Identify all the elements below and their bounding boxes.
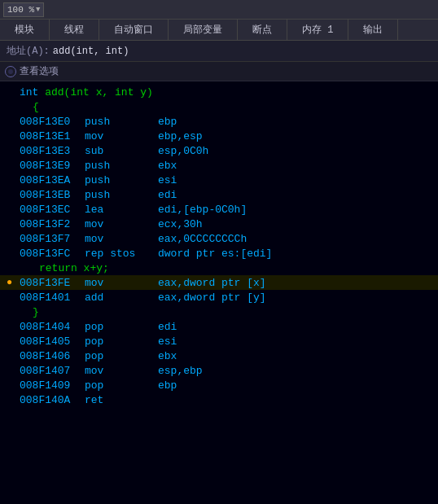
mnemonic-008F1406: pop [85, 350, 158, 362]
instruction-line-008F13F2: 008F13F2movecx,30h [0, 217, 438, 231]
addr-008F1401: 008F1401 [20, 291, 85, 304]
mnemonic-008F1405: pop [85, 335, 158, 348]
instructions-group-1: 008F13E0pushebp008F13E1movebp,esp008F13E… [0, 114, 438, 261]
operand-008F13F7: eax,0CCCCCCCCh [158, 233, 247, 245]
nav-tab-模块[interactable]: 模块 [0, 20, 50, 40]
nav-tabs: 模块线程自动窗口局部变量断点内存 1输出 [0, 20, 438, 41]
current-arrow-icon: ● [7, 277, 20, 288]
nav-tab-断点[interactable]: 断点 [238, 20, 287, 40]
mnemonic-008F13E9: push [85, 160, 158, 172]
source-return-line: return x+y; [0, 261, 438, 275]
mnemonic-008F1407: mov [85, 365, 158, 377]
addr-008F13F7: 008F13F7 [20, 233, 85, 245]
mnemonic-008F1404: pop [85, 321, 158, 333]
operand-008F13E0: ebp [158, 116, 177, 128]
zoom-value: 100 % [7, 5, 34, 15]
addr-008F13EA: 008F13EA [20, 174, 85, 186]
operand-008F13EC: edi,[ebp-0C0h] [158, 204, 247, 216]
operand-008F13F2: ecx,30h [158, 218, 203, 230]
watch-options-bar: 查看选项 [0, 62, 438, 81]
operand-008F13EB: edi [158, 189, 177, 201]
addr-008F13E0: 008F13E0 [20, 116, 85, 128]
operand-008F1406: ebx [158, 350, 177, 362]
open-brace: { [20, 101, 39, 113]
instruction-line-008F13E3: 008F13E3subesp,0C0h [0, 143, 438, 158]
func-return-type: int [20, 86, 38, 99]
instruction-line-008F1401: 008F1401addeax,dword ptr [y] [0, 290, 438, 305]
mnemonic-008F13E3: sub [85, 145, 158, 157]
zoom-control[interactable]: 100 % ▼ [3, 2, 44, 17]
mnemonic-008F13F7: mov [85, 233, 158, 245]
addr-008F1409: 008F1409 [20, 379, 85, 392]
mnemonic-008F13EC: lea [85, 204, 158, 216]
operand-008F1407: esp,ebp [158, 365, 203, 377]
operand-008F1404: edi [158, 321, 177, 333]
addr-008F13EC: 008F13EC [20, 204, 85, 216]
nav-tab-线程[interactable]: 线程 [50, 20, 99, 40]
close-brace-line: } [0, 305, 438, 319]
address-label: 地址(A): [7, 44, 50, 58]
operand-008F1401: eax,dword ptr [y] [158, 291, 266, 304]
addr-008F13E9: 008F13E9 [20, 160, 85, 172]
disassembly-view: int add(int x, int y) { 008F13E0pushebp0… [0, 81, 438, 504]
instructions-group-2: ●008F13FEmoveax,dword ptr [x]008F1401add… [0, 275, 438, 305]
operand-008F13EA: esi [158, 174, 177, 186]
mnemonic-008F1401: add [85, 291, 158, 304]
instruction-line-008F1409: 008F1409popebp [0, 378, 438, 392]
instruction-line-008F13F7: 008F13F7moveax,0CCCCCCCCh [0, 231, 438, 246]
mnemonic-008F13E1: mov [85, 130, 158, 142]
instructions-group-3: 008F1404popedi008F1405popesi008F1406pope… [0, 319, 438, 407]
operand-008F13E9: ebx [158, 160, 177, 172]
address-bar: 地址(A): add(int, int) [0, 41, 438, 62]
mnemonic-008F13E0: push [85, 116, 158, 128]
func-name-args: add(int x, int y) [45, 86, 153, 99]
addr-008F1407: 008F1407 [20, 365, 85, 377]
mnemonic-008F13FC: rep stos [85, 248, 158, 260]
mnemonic-008F13FE: mov [85, 277, 158, 289]
watch-circle-icon [5, 66, 16, 77]
instruction-line-008F13E9: 008F13E9pushebx [0, 158, 438, 173]
instruction-line-008F1404: 008F1404popedi [0, 319, 438, 334]
addr-008F1406: 008F1406 [20, 350, 85, 362]
nav-tab-内存 1[interactable]: 内存 1 [287, 20, 348, 40]
mnemonic-008F140A: ret [85, 394, 158, 406]
instruction-line-008F1406: 008F1406popebx [0, 348, 438, 363]
addr-008F13F2: 008F13F2 [20, 218, 85, 230]
address-value: add(int, int) [53, 46, 129, 57]
instruction-line-008F1407: 008F1407movesp,ebp [0, 363, 438, 378]
nav-tab-自动窗口[interactable]: 自动窗口 [99, 20, 169, 40]
zoom-dropdown-icon[interactable]: ▼ [36, 6, 40, 14]
func-signature: int add(int x, int y) [20, 86, 153, 99]
watch-options-label: 查看选项 [20, 64, 59, 78]
addr-008F13FC: 008F13FC [20, 248, 85, 260]
operand-008F13E3: esp,0C0h [158, 145, 208, 157]
mnemonic-008F13EA: push [85, 174, 158, 186]
addr-008F13E1: 008F13E1 [20, 130, 85, 142]
instruction-line-008F13E0: 008F13E0pushebp [0, 114, 438, 129]
nav-tab-局部变量[interactable]: 局部变量 [169, 20, 238, 40]
instruction-line-008F140A: 008F140Aret [0, 392, 438, 407]
addr-008F140A: 008F140A [20, 394, 85, 406]
addr-008F1405: 008F1405 [20, 335, 85, 348]
operand-008F13FC: dword ptr es:[edi] [158, 248, 272, 260]
addr-008F13EB: 008F13EB [20, 189, 85, 201]
instruction-line-008F13EC: 008F13ECleaedi,[ebp-0C0h] [0, 202, 438, 217]
instruction-line-008F13EA: 008F13EApushesi [0, 173, 438, 187]
instruction-line-008F1405: 008F1405popesi [0, 334, 438, 348]
mnemonic-008F13F2: mov [85, 218, 158, 230]
toolbar: 100 % ▼ [0, 0, 438, 20]
addr-008F13FE: 008F13FE [20, 277, 85, 289]
addr-008F13E3: 008F13E3 [20, 145, 85, 157]
close-brace: } [20, 306, 39, 318]
instruction-line-008F13EB: 008F13EBpushedi [0, 187, 438, 202]
nav-tab-输出[interactable]: 输出 [348, 20, 398, 40]
instruction-line-008F13FE: ●008F13FEmoveax,dword ptr [x] [0, 275, 438, 290]
mnemonic-008F1409: pop [85, 379, 158, 392]
operand-008F13E1: ebp,esp [158, 130, 203, 142]
operand-008F1405: esi [158, 335, 177, 348]
operand-008F13FE: eax,dword ptr [x] [158, 277, 266, 289]
open-brace-line: { [0, 99, 438, 114]
source-return: return x+y; [20, 262, 109, 274]
func-signature-line: int add(int x, int y) [0, 85, 438, 99]
instruction-line-008F13FC: 008F13FCrep stosdword ptr es:[edi] [0, 246, 438, 261]
